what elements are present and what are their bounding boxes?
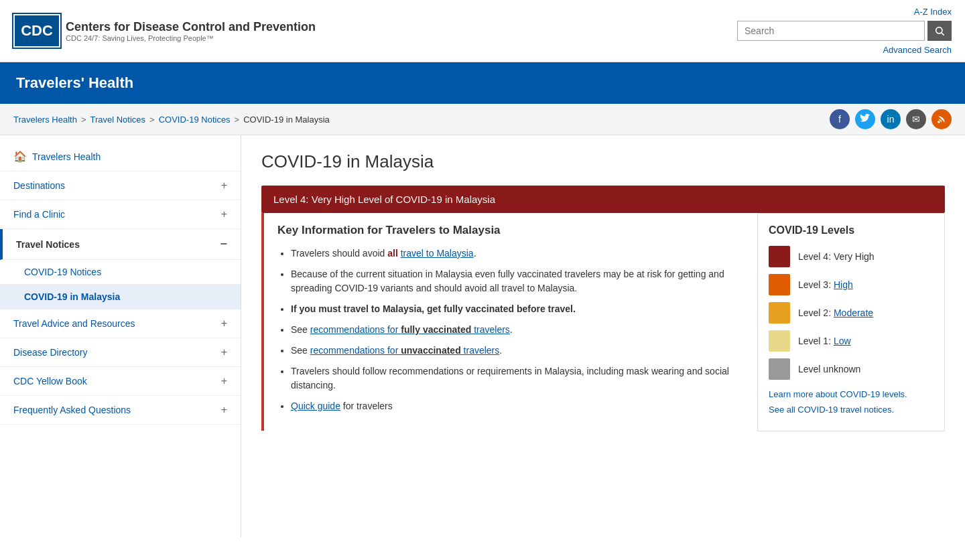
home-icon: 🏠 [13, 150, 27, 163]
travel-advice-plus-icon: + [221, 318, 227, 330]
sidebar-item-find-clinic[interactable]: Find a Clinic + [0, 200, 241, 229]
sidebar-item-travel-notices[interactable]: Travel Notices − [0, 229, 241, 260]
content-area: COVID-19 in Malaysia Level 4: Very High … [241, 135, 965, 537]
svg-line-1 [942, 33, 944, 36]
level-3-color [769, 274, 790, 295]
sidebar-destinations-label: Destinations [13, 180, 65, 191]
level-row-3: Level 3: High [769, 274, 934, 295]
sidebar: 🏠 Travelers Health Destinations + Find a… [0, 135, 241, 537]
header-right: A-Z Index Advanced Search [737, 7, 952, 55]
main-layout: 🏠 Travelers Health Destinations + Find a… [0, 135, 965, 537]
blue-banner: Travelers' Health [0, 62, 965, 104]
travel-notices-minus-icon: − [220, 237, 227, 251]
level-4-color [769, 246, 790, 267]
bullet-4: See recommendations for fully vaccinated… [291, 323, 730, 337]
info-section: Key Information for Travelers to Malaysi… [261, 213, 744, 447]
sidebar-home-link[interactable]: 🏠 Travelers Health [0, 142, 241, 171]
level-row-4: Level 4: Very High [769, 246, 934, 267]
disease-directory-plus-icon: + [221, 346, 227, 358]
sidebar-disease-directory-label: Disease Directory [13, 347, 87, 358]
destinations-plus-icon: + [221, 180, 227, 192]
level-4-label: Level 4: Very High [798, 251, 875, 262]
sidebar-faq-label: Frequently Asked Questions [13, 405, 131, 415]
social-icons: f in ✉ [830, 109, 952, 129]
bullet-1-link[interactable]: travel to Malaysia [401, 248, 474, 259]
bullet-7: Quick guide for travelers [291, 399, 730, 413]
sidebar-travel-advice-label: Travel Advice and Resources [13, 318, 135, 329]
bullet-5: See recommendations for unvaccinated tra… [291, 344, 730, 358]
sidebar-yellow-book-label: CDC Yellow Book [13, 376, 87, 387]
org-name: Centers for Disease Control and Preventi… [66, 20, 316, 34]
email-icon[interactable]: ✉ [906, 109, 926, 129]
breadcrumb-travelers-health[interactable]: Travelers Health [13, 115, 77, 125]
breadcrumb-sep1: > [81, 115, 86, 125]
breadcrumb-sep3: > [235, 115, 240, 125]
search-row [737, 21, 952, 41]
level-2-label: Level 2: Moderate [798, 307, 873, 318]
svg-point-0 [936, 27, 942, 33]
info-box: Key Information for Travelers to Malaysi… [261, 213, 744, 431]
sidebar-sub-travel-notices: COVID-19 Notices COVID-19 in Malaysia [0, 260, 241, 309]
alert-text: Level 4: Very High Level of COVID-19 in … [273, 194, 495, 205]
syndicate-icon[interactable] [931, 109, 952, 129]
breadcrumb-bar: Travelers Health > Travel Notices > COVI… [0, 104, 965, 135]
quick-guide-link[interactable]: Quick guide [291, 401, 340, 411]
info-heading: Key Information for Travelers to Malaysi… [277, 224, 730, 237]
page-header: CDC Centers for Disease Control and Prev… [0, 0, 965, 62]
linkedin-icon[interactable]: in [881, 109, 901, 129]
yellow-book-plus-icon: + [221, 375, 227, 387]
search-input[interactable] [737, 21, 925, 41]
level-row-2: Level 2: Moderate [769, 302, 934, 324]
level-2-color [769, 302, 790, 324]
sidebar-find-clinic-label: Find a Clinic [13, 209, 65, 220]
covid-levels-panel: COVID-19 Levels Level 4: Very High Level… [757, 213, 945, 431]
bullet-4-link[interactable]: recommendations for fully vaccinated tra… [310, 324, 510, 335]
sidebar-covid-malaysia-label: COVID-19 in Malaysia [24, 291, 120, 302]
breadcrumb: Travelers Health > Travel Notices > COVI… [13, 115, 330, 125]
bullet-3: If you must travel to Malaysia, get full… [291, 302, 730, 316]
faq-plus-icon: + [221, 404, 227, 416]
bullet-6: Travelers should follow recommendations … [291, 364, 730, 393]
banner-title: Travelers' Health [16, 74, 133, 91]
sidebar-item-destinations[interactable]: Destinations + [0, 171, 241, 200]
level-1-color [769, 330, 790, 352]
level-3-link[interactable]: High [834, 279, 853, 290]
twitter-bird-icon [860, 114, 871, 125]
header-left: CDC Centers for Disease Control and Prev… [13, 14, 316, 48]
level-unknown-label: Level unknown [798, 364, 860, 374]
learn-more-covid-levels-link[interactable]: Learn more about COVID-19 levels. [769, 389, 934, 399]
breadcrumb-covid-notices[interactable]: COVID-19 Notices [159, 115, 231, 125]
level-1-link[interactable]: Low [834, 336, 851, 346]
az-index-link[interactable]: A-Z Index [914, 7, 952, 17]
search-icon [934, 25, 945, 36]
sidebar-item-faq[interactable]: Frequently Asked Questions + [0, 396, 241, 425]
sidebar-sub-covid-malaysia[interactable]: COVID-19 in Malaysia [0, 285, 241, 309]
rss-icon [937, 115, 946, 124]
cdc-logo-text: Centers for Disease Control and Preventi… [66, 20, 316, 42]
twitter-icon[interactable] [855, 109, 875, 129]
breadcrumb-travel-notices[interactable]: Travel Notices [90, 115, 145, 125]
cdc-logo: CDC Centers for Disease Control and Prev… [13, 14, 316, 48]
content-main: Key Information for Travelers to Malaysi… [261, 213, 945, 447]
bullet-1: Travelers should avoid all travel to Mal… [291, 247, 730, 261]
bullet-5-link[interactable]: recommendations for unvaccinated travele… [310, 345, 499, 356]
sidebar-item-yellow-book[interactable]: CDC Yellow Book + [0, 367, 241, 396]
find-clinic-plus-icon: + [221, 208, 227, 220]
sidebar-item-disease-directory[interactable]: Disease Directory + [0, 338, 241, 367]
level-2-link[interactable]: Moderate [834, 307, 873, 318]
levels-links: Learn more about COVID-19 levels. See al… [769, 389, 934, 415]
svg-point-2 [938, 121, 940, 123]
advanced-search-link[interactable]: Advanced Search [883, 45, 952, 55]
level-unknown-color [769, 358, 790, 380]
see-all-notices-link[interactable]: See all COVID-19 travel notices. [769, 405, 934, 415]
bullet-2: Because of the current situation in Mala… [291, 267, 730, 295]
sidebar-home-label: Travelers Health [32, 151, 101, 162]
org-tagline: CDC 24/7: Saving Lives, Protecting Peopl… [66, 34, 316, 42]
page-title: COVID-19 in Malaysia [261, 151, 945, 172]
search-button[interactable] [927, 21, 952, 41]
sidebar-sub-covid-notices[interactable]: COVID-19 Notices [0, 260, 241, 285]
breadcrumb-sep2: > [149, 115, 155, 125]
sidebar-item-travel-advice[interactable]: Travel Advice and Resources + [0, 309, 241, 338]
facebook-icon[interactable]: f [830, 109, 850, 129]
breadcrumb-current: COVID-19 in Malaysia [243, 115, 330, 125]
